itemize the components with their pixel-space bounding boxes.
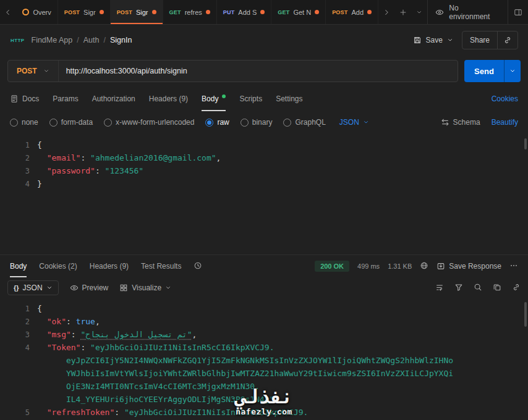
unsaved-indicator-dot: [152, 10, 156, 14]
chevron-down-icon: [447, 37, 453, 43]
tab-title: Sigr: [136, 9, 148, 16]
scrollbar[interactable]: [524, 138, 527, 149]
save-button[interactable]: Save: [413, 36, 453, 44]
preview-button[interactable]: Preview: [70, 284, 109, 292]
open-request-tab[interactable]: POSTAdd: [326, 0, 378, 24]
mode-label: x-www-form-urlencoded: [116, 118, 194, 127]
body-language-selector[interactable]: JSON: [339, 118, 369, 127]
method-selector[interactable]: POST: [8, 61, 59, 82]
response-more-options-button[interactable]: [509, 261, 518, 272]
open-request-tab[interactable]: PUTAdd S: [217, 0, 272, 24]
body-mode-form-data[interactable]: form-data: [49, 118, 93, 127]
schema-button[interactable]: Schema: [441, 118, 480, 127]
body-mode-none[interactable]: none: [10, 118, 38, 127]
cookies-button[interactable]: Cookies: [492, 94, 518, 103]
scroll-tabs-left-button[interactable]: [0, 0, 16, 24]
radio-icon: [283, 119, 291, 127]
radio-icon: [241, 119, 249, 127]
open-request-tab[interactable]: GETrefres: [163, 0, 217, 24]
preview-label: Preview: [82, 284, 109, 292]
response-body-viewer[interactable]: 1{2 "ok": true,3 "msg": "تم تسجيل الدخول…: [0, 298, 528, 420]
method-label: POST: [17, 67, 37, 75]
copy-button[interactable]: [493, 283, 501, 293]
new-tab-button[interactable]: [394, 0, 411, 24]
response-tab-headers[interactable]: Headers (9): [90, 255, 129, 277]
copy-link-button[interactable]: [498, 32, 517, 49]
response-tabs: Body Cookies (2) Headers (9) Test Result…: [0, 255, 528, 277]
tab-label: Test Results: [141, 262, 181, 271]
environment-quick-look-button[interactable]: [508, 0, 528, 24]
mode-label: none: [22, 118, 38, 127]
body-has-content-dot: [222, 94, 226, 98]
tab-method-label: POST: [332, 9, 347, 15]
share-button[interactable]: Share: [462, 32, 497, 49]
unsaved-indicator-dot: [100, 10, 104, 14]
body-mode-binary[interactable]: binary: [241, 118, 273, 127]
response-toolbar: {} JSON Preview Visualize: [0, 277, 528, 298]
request-tab-headers[interactable]: Headers (9): [149, 86, 188, 111]
open-tabs: OvervPOSTSigrPOSTSigrGETrefresPUTAdd SGE…: [16, 0, 378, 24]
radio-icon: [104, 119, 112, 127]
schema-arrows-icon: [441, 118, 449, 127]
url-input[interactable]: [59, 67, 458, 75]
breadcrumb-request-name: SignIn: [110, 36, 132, 44]
mode-label: binary: [252, 118, 273, 127]
scrollbar[interactable]: [524, 302, 527, 327]
open-request-tab[interactable]: POSTSigr: [58, 0, 111, 24]
filter-funnel-icon: [454, 283, 463, 292]
document-icon: [10, 94, 19, 103]
response-time: 499 ms: [357, 262, 380, 270]
filter-button[interactable]: [454, 283, 463, 293]
tab-method-label: POST: [64, 9, 80, 15]
chevron-down-icon: [43, 68, 49, 74]
tab-method-label: POST: [117, 9, 132, 15]
request-tab-body[interactable]: Body: [202, 86, 226, 111]
body-mode-graphql[interactable]: GraphQL: [283, 118, 325, 127]
response-format-selector[interactable]: {} JSON: [7, 280, 59, 295]
tab-options-button[interactable]: [411, 0, 427, 24]
send-label: Send: [474, 67, 494, 76]
request-tab-params[interactable]: Params: [53, 86, 78, 111]
tab-bar: OvervPOSTSigrPOSTSigrGETrefresPUTAdd SGE…: [0, 0, 528, 25]
preview-eye-icon: [70, 284, 79, 292]
beautify-button[interactable]: Beautify: [492, 118, 518, 127]
overview-icon: [22, 9, 29, 15]
visualize-button[interactable]: Visualize: [119, 284, 171, 292]
eye-icon: [435, 8, 444, 17]
breadcrumb: FindMe App / Auth / SignIn: [32, 36, 132, 44]
send-options-button[interactable]: [504, 60, 521, 82]
send-button[interactable]: Send: [464, 60, 504, 82]
url-bar: POST: [7, 60, 458, 82]
search-button[interactable]: [474, 283, 482, 293]
unsaved-indicator-dot: [315, 10, 319, 14]
link-icon: [503, 36, 512, 44]
body-mode-row: none form-data x-www-form-urlencoded raw…: [0, 111, 528, 133]
response-history-button[interactable]: [194, 261, 202, 272]
response-tab-test-results[interactable]: Test Results: [141, 255, 181, 277]
body-mode-raw[interactable]: raw: [205, 118, 229, 127]
request-tab-authorization[interactable]: Authorization: [92, 86, 135, 111]
request-tabs: Docs Params Authorization Headers (9) Bo…: [0, 86, 528, 111]
request-tab-scripts[interactable]: Scripts: [239, 86, 262, 111]
body-mode-urlencoded[interactable]: x-www-form-urlencoded: [104, 118, 194, 127]
breadcrumb-folder[interactable]: Auth: [83, 36, 100, 44]
environment-selector[interactable]: No environment: [427, 0, 507, 24]
response-link-button[interactable]: [512, 283, 521, 293]
response-tab-body[interactable]: Body: [10, 255, 27, 277]
open-request-tab[interactable]: GETGet N: [271, 0, 326, 24]
copy-icon: [493, 283, 501, 292]
open-request-tab[interactable]: Overv: [16, 0, 57, 24]
open-request-tab[interactable]: POSTSigr: [111, 0, 163, 24]
line-wrap-button[interactable]: [435, 283, 444, 293]
request-tab-docs[interactable]: Docs: [10, 86, 39, 111]
response-tab-cookies[interactable]: Cookies (2): [39, 255, 77, 277]
line-wrap-icon: [435, 283, 444, 292]
schema-label: Schema: [453, 118, 480, 127]
breadcrumb-collection[interactable]: FindMe App: [32, 36, 73, 44]
request-body-editor[interactable]: 1{2 "email": "ahmedelian2016@gmail.com",…: [0, 133, 528, 254]
request-tab-settings[interactable]: Settings: [276, 86, 302, 111]
unsaved-indicator-dot: [367, 10, 372, 14]
scroll-tabs-right-button[interactable]: [378, 0, 394, 24]
network-info-button[interactable]: [420, 261, 428, 272]
save-response-button[interactable]: Save Response: [436, 262, 501, 271]
